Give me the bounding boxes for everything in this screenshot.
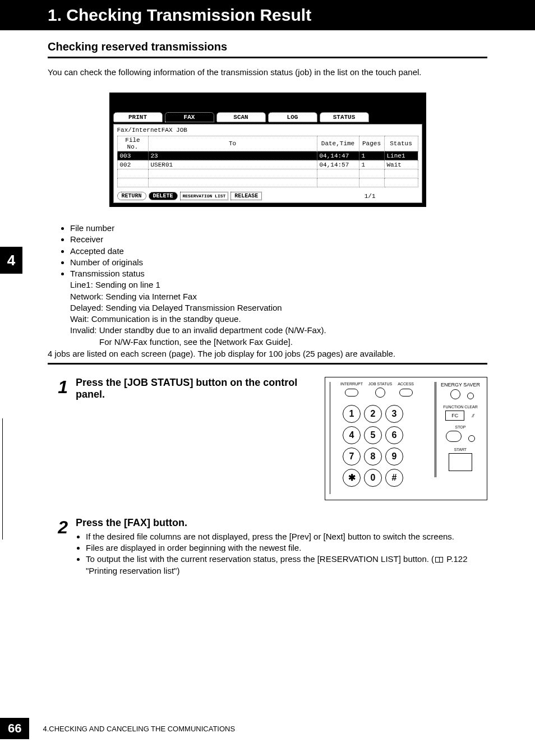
step-number: 1 [48,377,68,500]
screen-subtitle: Fax/InternetFAX JOB [117,127,418,133]
key-5[interactable]: 5 [364,426,382,444]
col-status: Status [384,136,418,151]
col-file: File No. [117,136,148,151]
status-wait: Wait: Communication is in the standby qu… [70,314,487,325]
key-2[interactable]: 2 [364,405,382,423]
step-bullet: To output the list with the current rese… [86,554,487,577]
page-footer: 66 4.CHECKING AND CANCELING THE COMMUNIC… [0,718,235,739]
job-table: File No. To Date,Time Pages Status 003 2… [117,136,418,187]
control-panel-illustration: INTERRUPT JOB STATUS ACCESS [325,377,487,500]
touch-panel-screenshot: PRINT FAX SCAN LOG STATUS Fax/InternetFA… [109,93,426,207]
interrupt-button[interactable] [345,389,358,397]
start-button[interactable] [449,453,472,471]
step-2: 2 Press the [FAX] button. If the desired… [48,517,487,577]
page-title: 1. Checking Transmission Result [0,0,535,30]
status-nwfax: For N/W-Fax function, see the [Network F… [70,336,487,348]
tab-log[interactable]: LOG [268,112,317,122]
bullet-item: Receiver [70,234,487,245]
return-button[interactable]: RETURN [117,192,146,200]
divider [48,363,487,365]
page-number: 66 [0,718,29,739]
step-bullet: Files are displayed in order beginning w… [86,542,487,554]
status-invalid: Invalid: Under standby due to an invalid… [70,325,487,336]
interrupt-label: INTERRUPT [340,382,363,386]
key-9[interactable]: 9 [385,448,403,465]
status-network: Network: Sending via Internet Fax [70,291,487,302]
col-datetime: Date,Time [317,136,359,151]
status-definitions: Line1: Sending on line 1 Network: Sendin… [48,279,487,348]
function-clear-label: FUNCTION CLEAR [439,405,482,409]
key-star[interactable]: ✱ [343,469,361,487]
delete-button[interactable]: DELETE [149,192,178,200]
bullet-item: Accepted date [70,246,487,257]
jobstatus-label: JOB STATUS [368,382,392,386]
tab-fax[interactable]: FAX [165,112,214,122]
function-clear-button[interactable]: FC [445,411,464,421]
access-label: ACCESS [398,382,414,386]
aux-button[interactable] [467,393,474,399]
bullet-item: File number [70,223,487,234]
edge-line [2,418,3,540]
step-number: 2 [48,517,68,577]
key-6[interactable]: 6 [385,426,403,444]
stop-label: STOP [439,425,482,429]
key-hash[interactable]: # [385,469,403,487]
table-row[interactable]: 003 23 04,14:47 1 Line1 [117,151,418,160]
reservation-list-button[interactable]: RESERVATION LIST [180,192,229,200]
bullet-item: Number of originals [70,257,487,268]
note-footer: 4 jobs are listed on each screen (page).… [48,349,487,358]
job-status-button[interactable] [375,388,385,398]
step-1: 1 Press the [JOB STATUS] button on the c… [48,377,487,500]
tab-scan[interactable]: SCAN [216,112,266,122]
col-to: To [148,136,317,151]
key-0[interactable]: 0 [364,469,382,487]
step-title: Press the [JOB STATUS] button on the con… [76,377,313,400]
release-button[interactable]: RELEASE [230,192,262,200]
energy-saver-button[interactable] [450,389,460,399]
aux-button-2[interactable] [468,435,475,442]
energy-saver-label: ENERGY SAVER [439,382,482,388]
table-row[interactable]: 002 USER01 04,14:57 1 Wait [117,160,418,169]
tab-print[interactable]: PRINT [113,112,163,122]
book-icon [435,557,443,563]
table-row[interactable] [117,178,418,187]
intro-text: You can check the following information … [48,67,487,77]
section-subtitle: Checking reserved transmissions [48,40,487,58]
stop-button[interactable] [446,431,462,442]
col-pages: Pages [359,136,384,151]
key-7[interactable]: 7 [343,448,361,465]
slash-icon: ⫽ [471,413,476,418]
key-4[interactable]: 4 [343,426,361,444]
info-bullets: File number Receiver Accepted date Numbe… [48,223,487,279]
tab-status[interactable]: STATUS [320,112,369,122]
chapter-tab: 4 [0,247,22,274]
page-indicator: 1/1 [365,193,418,200]
step-bullet: If the desired file columns are not disp… [86,531,487,542]
step-title: Press the [FAX] button. [76,517,487,529]
bullet-item: Transmission status [70,268,487,279]
chapter-name: 4.CHECKING AND CANCELING THE COMMUNICATI… [43,725,235,733]
key-1[interactable]: 1 [343,405,361,423]
status-line1: Line1: Sending on line 1 [70,279,487,291]
table-row[interactable] [117,169,418,178]
status-delayed: Delayed: Sending via Delayed Transmissio… [70,302,487,314]
numeric-keypad: 1 2 3 4 5 6 7 8 9 ✱ 0 # [343,405,403,487]
access-button[interactable] [399,389,413,397]
key-3[interactable]: 3 [385,405,403,423]
key-8[interactable]: 8 [364,448,382,465]
start-label: START [439,448,482,451]
